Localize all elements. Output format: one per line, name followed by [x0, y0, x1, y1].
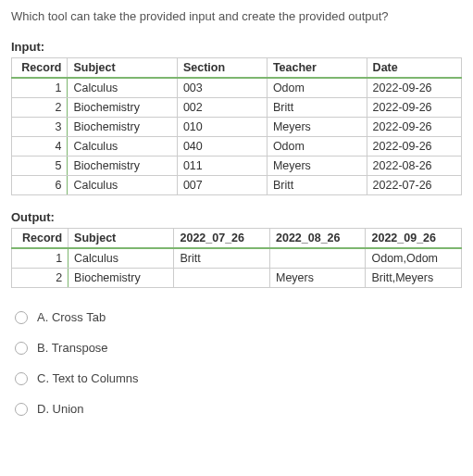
output-label: Output: [11, 210, 462, 224]
cell-section: 011 [177, 157, 267, 176]
cell-section: 002 [177, 98, 267, 118]
table-row: 6 Calculus 007 Britt 2022-07-26 [12, 176, 462, 195]
cell-d3: Odom,Odom [366, 248, 462, 269]
table-row: 4 Calculus 040 Odom 2022-09-26 [12, 137, 462, 157]
cell-teacher: Meyers [267, 118, 367, 137]
cell-teacher: Odom [267, 78, 367, 98]
cell-subject: Biochemistry [68, 157, 178, 176]
cell-subject: Biochemistry [68, 98, 178, 118]
option-label: A. Cross Tab [37, 310, 106, 324]
cell-d2 [269, 248, 366, 269]
table-row: 3 Biochemistry 010 Meyers 2022-09-26 [12, 118, 462, 137]
cell-subject: Calculus [68, 137, 178, 157]
cell-date: 2022-09-26 [367, 118, 461, 137]
cell-subject: Biochemistry [68, 118, 178, 137]
h-subject: Subject [68, 229, 174, 249]
input-header-row: Record Subject Section Teacher Date [12, 58, 462, 79]
cell-record: 6 [12, 176, 68, 195]
option-label: C. Text to Columns [37, 371, 139, 385]
cell-date: 2022-08-26 [367, 157, 461, 176]
cell-teacher: Britt [267, 98, 367, 118]
radio-icon [15, 342, 28, 355]
h-teacher: Teacher [267, 58, 367, 79]
option-label: B. Transpose [37, 341, 108, 355]
h-date: Date [367, 58, 461, 79]
table-row: 5 Biochemistry 011 Meyers 2022-08-26 [12, 157, 462, 176]
cell-date: 2022-09-26 [367, 78, 461, 98]
cell-teacher: Britt [267, 176, 367, 195]
cell-subject: Calculus [68, 176, 178, 195]
cell-teacher: Meyers [267, 157, 367, 176]
cell-record: 2 [12, 98, 68, 118]
table-row: 2 Biochemistry Meyers Britt,Meyers [12, 269, 462, 288]
option-c[interactable]: C. Text to Columns [11, 364, 462, 395]
cell-record: 2 [12, 269, 68, 288]
cell-record: 1 [12, 248, 68, 269]
question-text: Which tool can take the provided input a… [11, 9, 462, 23]
cell-d1 [174, 269, 270, 288]
radio-icon [15, 403, 28, 416]
output-table: Record Subject 2022_07_26 2022_08_26 202… [11, 228, 462, 288]
cell-subject: Biochemistry [68, 269, 174, 288]
cell-record: 1 [12, 78, 68, 98]
radio-icon [15, 372, 28, 385]
cell-d1: Britt [174, 248, 270, 269]
output-header-row: Record Subject 2022_07_26 2022_08_26 202… [12, 229, 462, 249]
h-subject: Subject [68, 58, 178, 79]
table-row: 2 Biochemistry 002 Britt 2022-09-26 [12, 98, 462, 118]
cell-date: 2022-09-26 [367, 137, 461, 157]
cell-subject: Calculus [68, 248, 174, 269]
table-row: 1 Calculus 003 Odom 2022-09-26 [12, 78, 462, 98]
cell-date: 2022-07-26 [367, 176, 461, 195]
option-a[interactable]: A. Cross Tab [11, 303, 462, 333]
input-table: Record Subject Section Teacher Date 1 Ca… [11, 57, 462, 195]
h-record: Record [12, 229, 68, 249]
cell-section: 003 [177, 78, 267, 98]
cell-d2: Meyers [269, 269, 366, 288]
option-label: D. Union [37, 402, 84, 416]
cell-teacher: Odom [267, 137, 367, 157]
options-group: A. Cross Tab B. Transpose C. Text to Col… [11, 303, 462, 425]
h-d1: 2022_07_26 [174, 229, 270, 249]
cell-record: 5 [12, 157, 68, 176]
cell-d3: Britt,Meyers [366, 269, 462, 288]
table-row: 1 Calculus Britt Odom,Odom [12, 248, 462, 269]
h-record: Record [12, 58, 68, 79]
cell-section: 010 [177, 118, 267, 137]
cell-record: 4 [12, 137, 68, 157]
cell-section: 007 [177, 176, 267, 195]
cell-subject: Calculus [68, 78, 178, 98]
cell-section: 040 [177, 137, 267, 157]
radio-icon [15, 311, 28, 324]
cell-record: 3 [12, 118, 68, 137]
cell-date: 2022-09-26 [367, 98, 461, 118]
h-d2: 2022_08_26 [269, 229, 366, 249]
h-section: Section [177, 58, 267, 79]
h-d3: 2022_09_26 [366, 229, 462, 249]
option-b[interactable]: B. Transpose [11, 333, 462, 364]
option-d[interactable]: D. Union [11, 395, 462, 425]
input-label: Input: [11, 40, 462, 54]
